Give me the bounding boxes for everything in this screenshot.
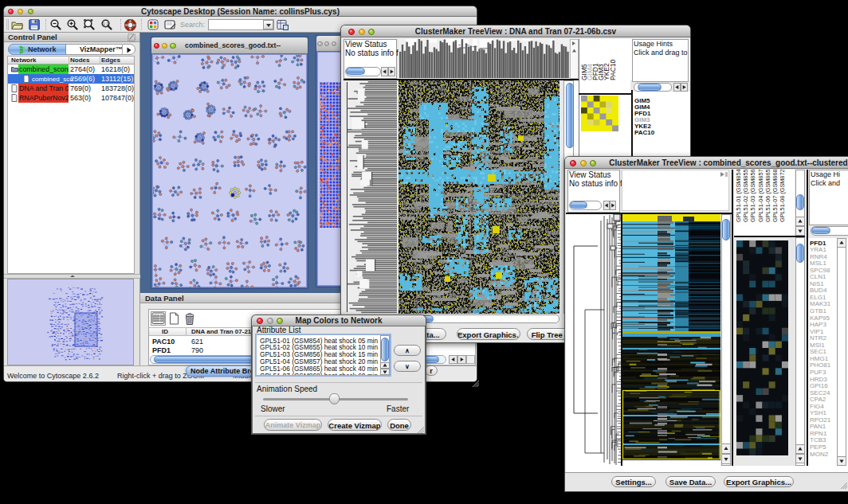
svg-text:GPL51-07 (GSM868): GPL51-07 (GSM868)	[771, 170, 779, 222]
svg-text:GPL51-06 (GSM865): GPL51-06 (GSM865)	[764, 170, 771, 222]
svg-text:GPL51-04 (GSM857): GPL51-04 (GSM857)	[757, 170, 764, 222]
svg-text:PAC10: PAC10	[609, 59, 617, 80]
svg-text:GPL51-03 (GSM856): GPL51-03 (GSM856)	[749, 170, 756, 222]
svg-text:GPL51-02 (GSM855): GPL51-02 (GSM855)	[742, 170, 749, 222]
svg-text:GPL51-08 (GSM872): GPL51-08 (GSM872)	[779, 170, 786, 222]
svg-text:GPL51-01 (GSM854): GPL51-01 (GSM854)	[735, 170, 742, 222]
svg-text:1:1: 1:1	[103, 21, 109, 26]
